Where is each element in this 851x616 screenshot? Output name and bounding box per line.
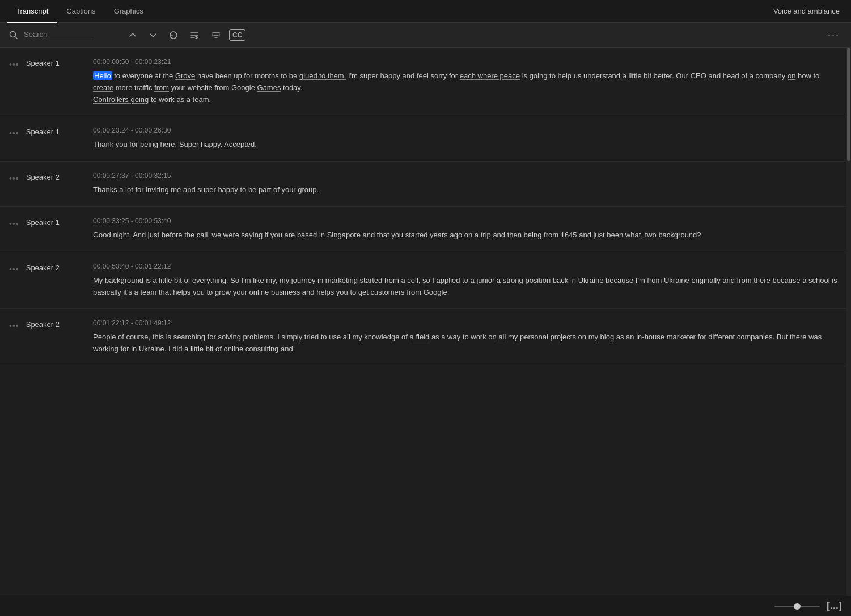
svg-line-1 (15, 36, 18, 39)
text-part: two (645, 231, 657, 239)
text-part: your website from Google (169, 83, 257, 92)
speaker-name-0: Speaker 1 (26, 59, 60, 67)
text-part: trip (481, 231, 491, 239)
slider-handle[interactable] (794, 603, 801, 610)
text-part: Games (257, 83, 281, 92)
search-input[interactable]: Search (24, 30, 92, 40)
speaker-options-button-0[interactable]: ••• (7, 59, 22, 70)
slider-area (774, 606, 820, 607)
speaker-col-5: •••Speaker 2 (7, 319, 86, 355)
text-part: little (159, 276, 172, 284)
navigate-down-button[interactable] (145, 28, 161, 42)
speaker-options-button-1[interactable]: ••• (7, 128, 22, 139)
transcript-text-3[interactable]: Good night. And just before the call, we… (93, 230, 840, 241)
timestamp-1: 00:00:23:24 - 00:00:26:30 (93, 126, 840, 134)
speaker-name-1: Speaker 1 (26, 128, 60, 136)
transcript-text-4[interactable]: My background is a little bit of everyth… (93, 275, 840, 299)
transcript-entry-0: •••Speaker 100:00:00:50 - 00:00:23:21Hel… (0, 48, 846, 116)
transcript-entry-1: •••Speaker 100:00:23:24 - 00:00:26:30Tha… (0, 116, 846, 162)
speaker-col-2: •••Speaker 2 (7, 172, 86, 196)
voice-ambiance-button[interactable]: Voice and ambiance (773, 7, 844, 15)
timestamp-2: 00:00:27:37 - 00:00:32:15 (93, 172, 840, 180)
text-part: how to (795, 71, 819, 80)
speaker-options-button-5[interactable]: ••• (7, 320, 22, 332)
transcript-text-2[interactable]: Thanks a lot for inviting me and super h… (93, 184, 840, 196)
text-part: And just before the call, we were saying… (131, 231, 464, 239)
refresh-button[interactable] (166, 28, 181, 42)
text-part: on a (464, 231, 479, 239)
text-part: and (491, 231, 507, 239)
text-part: have been up for months to be (195, 71, 299, 80)
app-wrapper: Transcript Captions Graphics Voice and a… (0, 0, 851, 616)
transcript-body-5: 00:01:22:12 - 00:01:49:12People of cours… (93, 319, 840, 355)
toolbar: Search (0, 23, 851, 48)
speaker-options-button-4[interactable]: ••• (7, 264, 22, 275)
text-part: People of course, (93, 333, 153, 341)
text-part: Good (93, 231, 113, 239)
timestamp-4: 00:00:53:40 - 00:01:22:12 (93, 262, 840, 270)
navigate-up-button[interactable] (125, 28, 141, 42)
transcript-list[interactable]: •••Speaker 100:00:00:50 - 00:00:23:21Hel… (0, 48, 846, 596)
speaker-name-2: Speaker 2 (26, 173, 60, 181)
text-part: it's (123, 288, 132, 296)
text-part: then being (507, 231, 542, 239)
tab-transcript[interactable]: Transcript (7, 1, 57, 23)
text-part: background? (657, 231, 701, 239)
text-part: helps you to get customers from Google. (315, 288, 450, 296)
transcript-entry-4: •••Speaker 200:00:53:40 - 00:01:22:12My … (0, 252, 846, 309)
transcript-text-1[interactable]: Thank you for being here. Super happy. A… (93, 139, 840, 151)
bracket-button[interactable]: [...] (827, 600, 842, 612)
text-part: night. (113, 231, 131, 239)
speaker-col-4: •••Speaker 2 (7, 262, 86, 299)
transcript-entry-3: •••Speaker 100:00:33:25 - 00:00:53:40Goo… (0, 207, 846, 252)
transcript-text-0[interactable]: Hello to everyone at the Grove have been… (93, 70, 840, 105)
text-part: to work as a team. (149, 95, 211, 104)
transcript-text-5[interactable]: People of course, this is searching for … (93, 332, 840, 355)
toolbar-right: ··· (823, 27, 844, 43)
speaker-col-1: •••Speaker 1 (7, 126, 86, 151)
text-part: what, (623, 231, 645, 239)
text-part: a team that helps you to grow your onlin… (132, 288, 302, 296)
text-part: a field (410, 333, 430, 341)
text-part: from Ukraine originally and from there b… (645, 276, 808, 284)
tab-captions[interactable]: Captions (57, 1, 104, 23)
text-part: bit of everything. So (172, 276, 241, 284)
text-part: my, (266, 276, 277, 284)
tab-graphics[interactable]: Graphics (105, 1, 153, 23)
text-part: my journey in marketing started from a (277, 276, 407, 284)
text-part: Grove (175, 71, 195, 80)
transcript-body-4: 00:00:53:40 - 00:01:22:12My background i… (93, 262, 840, 299)
filter-button[interactable] (208, 28, 225, 42)
cc-button[interactable]: CC (229, 29, 245, 41)
text-part: searching for (171, 333, 218, 341)
speaker-options-button-3[interactable]: ••• (7, 218, 22, 230)
text-part: each where peace (460, 71, 520, 80)
text-part: been (607, 231, 623, 239)
text-part: from (154, 83, 169, 92)
scrollbar-thumb[interactable] (847, 48, 850, 161)
nav-tabs: Transcript Captions Graphics (7, 0, 153, 23)
text-part: this is (153, 333, 171, 341)
text-part: more traffic (113, 83, 154, 92)
text-part: create (93, 83, 113, 92)
text-part: like (251, 276, 266, 284)
transcript-entry-2: •••Speaker 200:00:27:37 - 00:00:32:15Tha… (0, 162, 846, 207)
speaker-col-0: •••Speaker 1 (7, 58, 86, 105)
text-part: I'm (242, 276, 251, 284)
text-part: solving (218, 333, 240, 341)
text-part: Thank you for being here. Super happy. (93, 140, 224, 148)
speaker-options-button-2[interactable]: ••• (7, 173, 22, 184)
sync-scroll-button[interactable] (186, 28, 203, 42)
search-icon[interactable] (7, 28, 20, 42)
playback-slider[interactable] (774, 606, 820, 607)
text-part: on (788, 71, 795, 80)
more-options-button[interactable]: ··· (823, 27, 844, 43)
transcript-body-3: 00:00:33:25 - 00:00:53:40Good night. And… (93, 217, 840, 241)
scrollbar-track[interactable] (846, 48, 851, 596)
text-part: Thanks a lot for inviting me and super h… (93, 185, 319, 194)
transcript-body-1: 00:00:23:24 - 00:00:26:30Thank you for b… (93, 126, 840, 151)
bottom-bar: [...] (0, 596, 851, 616)
text-part: to everyone at the (112, 71, 175, 80)
text-part: Controllers going (93, 95, 149, 104)
speaker-name-4: Speaker 2 (26, 264, 60, 272)
